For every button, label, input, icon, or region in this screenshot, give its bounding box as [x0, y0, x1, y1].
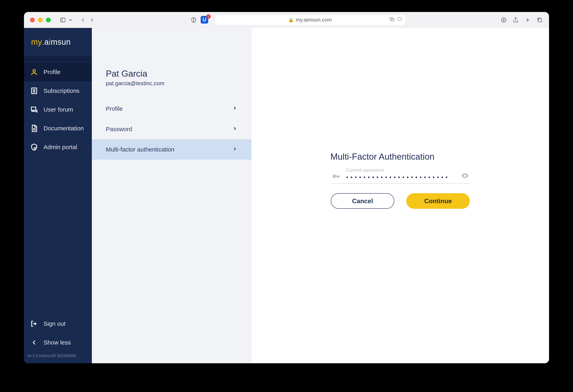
- settings-item-label: Profile: [106, 105, 123, 112]
- sidebar-item-documentation[interactable]: Documentation: [24, 119, 92, 138]
- forward-button[interactable]: [89, 17, 95, 23]
- sidebar-toggle[interactable]: [59, 17, 74, 23]
- settings-list: Profile Password Multi-factor authentica…: [92, 99, 251, 160]
- sidebar-item-label: Profile: [44, 69, 60, 75]
- browser-chrome: U 1 🔒 my.aimsun.com: [24, 12, 549, 28]
- button-row: Cancel Continue: [330, 193, 470, 209]
- cancel-button[interactable]: Cancel: [331, 193, 394, 209]
- svg-rect-0: [61, 18, 65, 22]
- svg-rect-22: [338, 176, 339, 178]
- svg-rect-10: [538, 18, 542, 22]
- mfa-title: Multi-Factor Authentication: [330, 152, 470, 162]
- svg-rect-4: [392, 18, 394, 21]
- sidebar-item-subscriptions[interactable]: Subscriptions: [24, 81, 92, 100]
- address-bar[interactable]: 🔒 my.aimsun.com: [215, 15, 406, 25]
- browser-window: U 1 🔒 my.aimsun.com: [24, 12, 549, 363]
- settings-item-password[interactable]: Password: [92, 119, 251, 139]
- version-text: v0.1.0 (ed1ce30 20230520): [24, 352, 92, 361]
- settings-item-label: Password: [106, 126, 132, 133]
- user-email: pat.garcia@testinc.com: [106, 80, 237, 87]
- sidebar-item-label: Sign out: [44, 320, 66, 327]
- chevron-left-icon: [30, 338, 38, 347]
- url-text: my.aimsun.com: [296, 17, 332, 23]
- sidebar-item-label: Subscriptions: [44, 88, 79, 94]
- app-logo: my.aimsun: [24, 28, 92, 56]
- sidebar-item-user-forum[interactable]: User forum: [24, 100, 92, 119]
- share-icon[interactable]: [512, 17, 519, 23]
- extension-badge[interactable]: U 1: [201, 16, 209, 24]
- list-icon: [30, 87, 38, 95]
- sidebar-sign-out[interactable]: Sign out: [24, 314, 92, 333]
- current-password-input[interactable]: [344, 175, 456, 180]
- settings-item-label: Multi-factor authentication: [106, 146, 175, 153]
- sidebar-nav: Profile Subscriptions User forum: [24, 61, 92, 157]
- tabs-overview-icon[interactable]: [536, 17, 543, 23]
- sidebar-item-label: Show less: [44, 339, 71, 346]
- person-icon: [30, 68, 38, 76]
- app-body: my.aimsun Profile Subscriptions: [24, 28, 549, 363]
- svg-point-18: [34, 147, 36, 149]
- settings-item-profile[interactable]: Profile: [92, 99, 251, 119]
- sidebar-separator: [24, 56, 92, 61]
- lock-icon: 🔒: [288, 17, 294, 22]
- sidebar-item-profile[interactable]: Profile: [24, 63, 92, 81]
- field-label: Current password: [346, 167, 384, 173]
- sidebar-item-label: Documentation: [44, 125, 84, 132]
- chevron-right-icon: [232, 105, 237, 112]
- sidebar-item-admin-portal[interactable]: Admin portal: [24, 138, 92, 157]
- window-controls: [30, 18, 51, 22]
- reload-icon[interactable]: [397, 17, 402, 23]
- extension-badge-count: 1: [206, 14, 211, 19]
- sidebar: my.aimsun Profile Subscriptions: [24, 28, 92, 363]
- settings-item-mfa[interactable]: Multi-factor authentication: [92, 139, 251, 160]
- key-icon: [332, 172, 340, 180]
- settings-column: Pat Garcia pat.garcia@testinc.com Profil…: [92, 28, 251, 363]
- mfa-panel: Multi-Factor Authentication Current pass…: [330, 152, 470, 209]
- sign-out-icon: [30, 320, 38, 328]
- chevron-right-icon: [232, 126, 237, 133]
- chevron-right-icon: [232, 146, 237, 153]
- svg-point-11: [33, 70, 36, 72]
- svg-rect-3: [390, 17, 392, 20]
- shield-admin-icon: [30, 143, 38, 151]
- eye-icon[interactable]: [461, 172, 469, 180]
- new-tab-icon[interactable]: [524, 17, 531, 23]
- main-content: Multi-Factor Authentication Current pass…: [251, 28, 549, 363]
- back-button[interactable]: [79, 17, 86, 23]
- privacy-shield-icon[interactable]: [190, 17, 197, 23]
- user-name: Pat Garcia: [106, 69, 237, 79]
- sidebar-icon: [59, 17, 66, 23]
- close-window-button[interactable]: [30, 18, 35, 22]
- chevron-down-icon: [67, 17, 74, 23]
- sidebar-show-less[interactable]: Show less: [24, 333, 92, 352]
- document-icon: [30, 124, 38, 133]
- translate-icon[interactable]: [389, 17, 394, 23]
- downloads-icon[interactable]: [500, 17, 507, 23]
- user-block: Pat Garcia pat.garcia@testinc.com: [92, 41, 251, 99]
- current-password-field: Current password: [330, 172, 470, 184]
- sidebar-item-label: Admin portal: [44, 144, 77, 150]
- forum-icon: [30, 105, 38, 114]
- minimize-window-button[interactable]: [38, 18, 43, 22]
- sidebar-bottom: Sign out Show less v0.1.0 (ed1ce30 20230…: [24, 314, 92, 363]
- fullscreen-window-button[interactable]: [46, 18, 51, 22]
- continue-button[interactable]: Continue: [406, 193, 470, 209]
- sidebar-item-label: User forum: [44, 106, 73, 113]
